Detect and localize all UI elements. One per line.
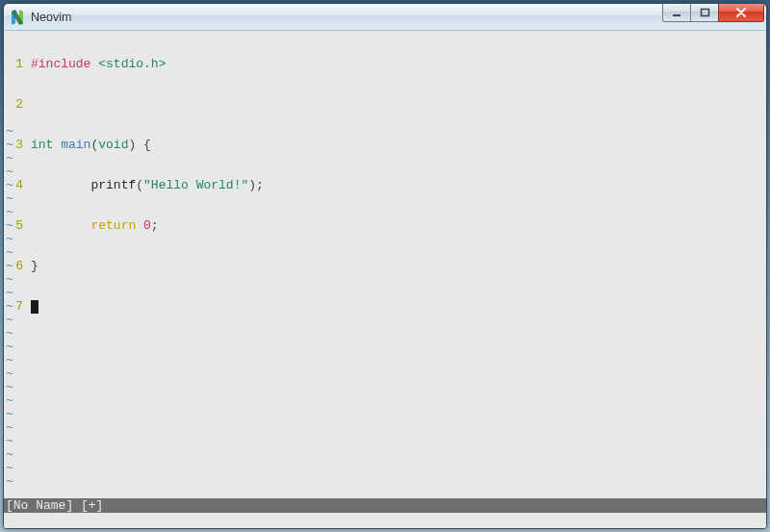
window-title: Neovim xyxy=(31,11,663,24)
tilde-line: ~ xyxy=(4,435,13,448)
token-keyword: return xyxy=(90,218,136,233)
tilde-line: ~ xyxy=(4,341,13,354)
empty-line-tildes: ~~~~~~~~~~~~~~~~~~~~~~~~~~~ xyxy=(4,125,13,489)
code-line xyxy=(31,300,766,314)
tilde-line: ~ xyxy=(4,421,13,435)
tilde-line: ~ xyxy=(4,179,13,192)
tilde-line: ~ xyxy=(4,367,13,381)
token-space xyxy=(136,138,143,152)
token-paren: ( xyxy=(136,178,143,192)
token-header: <stdio.h> xyxy=(98,57,166,71)
svg-rect-1 xyxy=(701,9,708,15)
tilde-line: ~ xyxy=(4,287,13,300)
token-type: int xyxy=(31,138,53,152)
line-number: 2 xyxy=(4,98,23,112)
token-indent xyxy=(31,178,90,192)
tilde-line: ~ xyxy=(4,448,13,462)
neovim-icon xyxy=(10,10,25,25)
status-bar: [No Name] [+] xyxy=(4,498,766,513)
tilde-line: ~ xyxy=(4,300,13,314)
line-number: 1 xyxy=(4,58,23,71)
code-line: #include <stdio.h> xyxy=(31,58,766,71)
token-string: "Hello World!" xyxy=(143,178,248,192)
tilde-line: ~ xyxy=(4,314,13,327)
token-paren: ) xyxy=(248,178,256,192)
token-number: 0 xyxy=(143,218,151,233)
status-text: [No Name] [+] xyxy=(6,498,103,513)
code-line: int main(void) { xyxy=(31,139,766,152)
close-button[interactable] xyxy=(718,4,764,22)
minimize-button[interactable] xyxy=(662,4,691,22)
window-controls xyxy=(663,4,764,30)
token-call: printf xyxy=(90,178,136,192)
token-semi: ; xyxy=(151,218,159,233)
tilde-line: ~ xyxy=(4,219,13,233)
cursor xyxy=(31,300,38,314)
token-semi: ; xyxy=(256,178,264,192)
tilde-line: ~ xyxy=(4,206,13,219)
token-brace: } xyxy=(31,259,38,273)
tilde-line: ~ xyxy=(4,152,13,165)
tilde-line: ~ xyxy=(4,327,13,341)
code-line: } xyxy=(31,260,766,273)
tilde-line: ~ xyxy=(4,462,13,475)
app-window: Neovim 1 2 3 4 5 6 7 #include <stdio.h> xyxy=(3,3,767,529)
code-line: return 0; xyxy=(31,219,766,233)
tilde-line: ~ xyxy=(4,192,13,206)
token-space xyxy=(136,218,143,233)
code-line: printf("Hello World!"); xyxy=(31,179,766,192)
svg-rect-0 xyxy=(673,14,680,16)
editor-area[interactable]: 1 2 3 4 5 6 7 #include <stdio.h> int mai… xyxy=(4,31,766,498)
token-func: main xyxy=(61,138,90,152)
tilde-line: ~ xyxy=(4,165,13,179)
tilde-line: ~ xyxy=(4,381,13,394)
token-preproc: #include xyxy=(31,57,90,71)
maximize-button[interactable] xyxy=(690,4,719,22)
tilde-line: ~ xyxy=(4,125,13,139)
tilde-line: ~ xyxy=(4,394,13,408)
tilde-line: ~ xyxy=(4,408,13,421)
tilde-line: ~ xyxy=(4,354,13,367)
token-type: void xyxy=(98,138,128,152)
code-line xyxy=(31,98,766,112)
code-content[interactable]: #include <stdio.h> int main(void) { prin… xyxy=(31,31,766,341)
token-indent xyxy=(31,218,90,233)
token-brace: { xyxy=(143,138,151,152)
tilde-line: ~ xyxy=(4,233,13,246)
tilde-line: ~ xyxy=(4,246,13,260)
tilde-line: ~ xyxy=(4,139,13,152)
command-line-area[interactable] xyxy=(4,513,766,528)
title-bar[interactable]: Neovim xyxy=(4,4,766,31)
tilde-line: ~ xyxy=(4,273,13,287)
tilde-line: ~ xyxy=(4,260,13,273)
tilde-line: ~ xyxy=(4,475,13,489)
